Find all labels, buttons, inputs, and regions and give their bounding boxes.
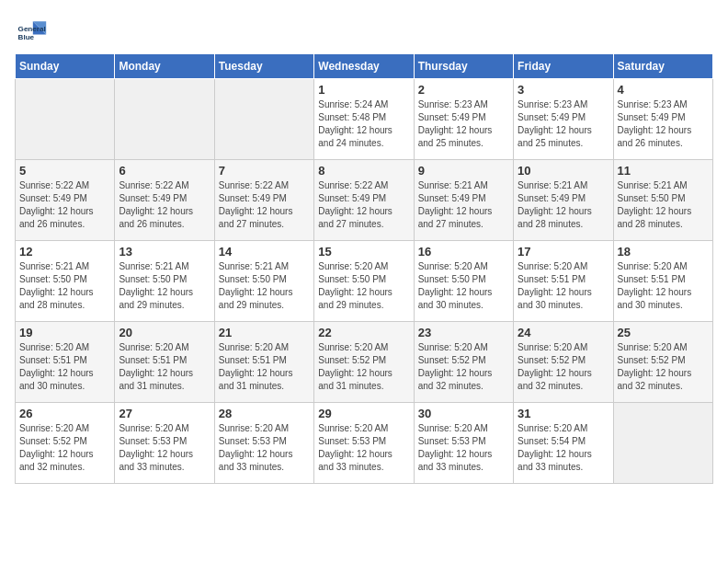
day-number: 10 (518, 164, 609, 178)
day-info: Sunrise: 5:20 AM Sunset: 5:51 PM Dayligh… (518, 260, 609, 312)
day-number: 14 (219, 245, 310, 259)
calendar-cell: 15Sunrise: 5:20 AM Sunset: 5:50 PM Dayli… (314, 241, 414, 322)
calendar-table: SundayMondayTuesdayWednesdayThursdayFrid… (15, 53, 713, 484)
calendar-cell: 17Sunrise: 5:20 AM Sunset: 5:51 PM Dayli… (514, 241, 613, 322)
day-info: Sunrise: 5:20 AM Sunset: 5:53 PM Dayligh… (418, 422, 509, 474)
day-number: 29 (318, 407, 409, 420)
day-info: Sunrise: 5:20 AM Sunset: 5:52 PM Dayligh… (518, 341, 609, 393)
day-header-wednesday: Wednesday (314, 54, 414, 79)
day-info: Sunrise: 5:20 AM Sunset: 5:52 PM Dayligh… (19, 422, 110, 474)
day-number: 30 (418, 407, 509, 420)
day-number: 9 (418, 164, 509, 178)
calendar-cell: 20Sunrise: 5:20 AM Sunset: 5:51 PM Dayli… (115, 322, 214, 403)
day-header-tuesday: Tuesday (214, 54, 313, 79)
day-header-friday: Friday (514, 54, 613, 79)
calendar-row-3: 12Sunrise: 5:21 AM Sunset: 5:50 PM Dayli… (16, 241, 713, 322)
day-number: 27 (119, 407, 210, 420)
day-info: Sunrise: 5:22 AM Sunset: 5:49 PM Dayligh… (219, 179, 310, 231)
day-info: Sunrise: 5:20 AM Sunset: 5:53 PM Dayligh… (318, 422, 409, 474)
calendar-cell (16, 79, 115, 160)
day-header-sunday: Sunday (16, 54, 115, 79)
calendar-cell: 16Sunrise: 5:20 AM Sunset: 5:50 PM Dayli… (414, 241, 513, 322)
calendar-cell: 12Sunrise: 5:21 AM Sunset: 5:50 PM Dayli… (16, 241, 115, 322)
calendar-cell: 28Sunrise: 5:20 AM Sunset: 5:53 PM Dayli… (214, 403, 313, 484)
day-number: 12 (19, 245, 110, 259)
day-number: 5 (19, 164, 110, 178)
calendar-cell: 18Sunrise: 5:20 AM Sunset: 5:51 PM Dayli… (613, 241, 712, 322)
day-number: 26 (19, 407, 110, 420)
day-number: 21 (219, 326, 310, 339)
day-info: Sunrise: 5:22 AM Sunset: 5:49 PM Dayligh… (19, 179, 110, 231)
day-number: 18 (618, 245, 709, 259)
day-number: 23 (418, 326, 509, 339)
svg-text:Blue: Blue (18, 33, 35, 41)
calendar-cell: 8Sunrise: 5:22 AM Sunset: 5:49 PM Daylig… (314, 160, 414, 241)
calendar-cell: 23Sunrise: 5:20 AM Sunset: 5:52 PM Dayli… (414, 322, 513, 403)
day-number: 31 (518, 407, 609, 420)
day-info: Sunrise: 5:20 AM Sunset: 5:51 PM Dayligh… (19, 341, 110, 393)
calendar-cell: 9Sunrise: 5:21 AM Sunset: 5:49 PM Daylig… (414, 160, 513, 241)
day-number: 6 (119, 164, 210, 178)
calendar-cell: 27Sunrise: 5:20 AM Sunset: 5:53 PM Dayli… (115, 403, 214, 484)
day-info: Sunrise: 5:20 AM Sunset: 5:51 PM Dayligh… (119, 341, 210, 393)
page-header: General Blue (15, 15, 713, 48)
day-number: 15 (318, 245, 409, 259)
day-info: Sunrise: 5:22 AM Sunset: 5:49 PM Dayligh… (318, 179, 409, 231)
day-number: 22 (318, 326, 409, 339)
day-info: Sunrise: 5:21 AM Sunset: 5:50 PM Dayligh… (219, 260, 310, 312)
day-info: Sunrise: 5:21 AM Sunset: 5:50 PM Dayligh… (618, 179, 709, 231)
day-number: 17 (518, 245, 609, 259)
day-info: Sunrise: 5:20 AM Sunset: 5:52 PM Dayligh… (618, 341, 709, 393)
day-info: Sunrise: 5:20 AM Sunset: 5:52 PM Dayligh… (318, 341, 409, 393)
calendar-row-2: 5Sunrise: 5:22 AM Sunset: 5:49 PM Daylig… (16, 160, 713, 241)
day-header-monday: Monday (115, 54, 214, 79)
day-number: 25 (618, 326, 709, 339)
calendar-row-5: 26Sunrise: 5:20 AM Sunset: 5:52 PM Dayli… (16, 403, 713, 484)
day-info: Sunrise: 5:23 AM Sunset: 5:49 PM Dayligh… (618, 98, 709, 150)
day-info: Sunrise: 5:21 AM Sunset: 5:50 PM Dayligh… (119, 260, 210, 312)
day-number: 8 (318, 164, 409, 178)
calendar-cell: 21Sunrise: 5:20 AM Sunset: 5:51 PM Dayli… (214, 322, 313, 403)
day-info: Sunrise: 5:21 AM Sunset: 5:50 PM Dayligh… (19, 260, 110, 312)
calendar-row-1: 1Sunrise: 5:24 AM Sunset: 5:48 PM Daylig… (16, 79, 713, 160)
calendar-cell: 14Sunrise: 5:21 AM Sunset: 5:50 PM Dayli… (214, 241, 313, 322)
calendar-cell: 3Sunrise: 5:23 AM Sunset: 5:49 PM Daylig… (514, 79, 613, 160)
svg-text:General: General (18, 25, 46, 33)
calendar-cell: 4Sunrise: 5:23 AM Sunset: 5:49 PM Daylig… (613, 79, 712, 160)
calendar-cell: 24Sunrise: 5:20 AM Sunset: 5:52 PM Dayli… (514, 322, 613, 403)
calendar-cell: 13Sunrise: 5:21 AM Sunset: 5:50 PM Dayli… (115, 241, 214, 322)
day-info: Sunrise: 5:20 AM Sunset: 5:54 PM Dayligh… (518, 422, 609, 474)
day-info: Sunrise: 5:21 AM Sunset: 5:49 PM Dayligh… (418, 179, 509, 231)
day-info: Sunrise: 5:22 AM Sunset: 5:49 PM Dayligh… (119, 179, 210, 231)
calendar-row-4: 19Sunrise: 5:20 AM Sunset: 5:51 PM Dayli… (16, 322, 713, 403)
calendar-cell: 1Sunrise: 5:24 AM Sunset: 5:48 PM Daylig… (314, 79, 414, 160)
calendar-cell: 22Sunrise: 5:20 AM Sunset: 5:52 PM Dayli… (314, 322, 414, 403)
day-number: 19 (19, 326, 110, 339)
day-info: Sunrise: 5:23 AM Sunset: 5:49 PM Dayligh… (518, 98, 609, 150)
calendar-cell: 10Sunrise: 5:21 AM Sunset: 5:49 PM Dayli… (514, 160, 613, 241)
calendar-cell: 5Sunrise: 5:22 AM Sunset: 5:49 PM Daylig… (16, 160, 115, 241)
day-info: Sunrise: 5:20 AM Sunset: 5:51 PM Dayligh… (219, 341, 310, 393)
day-number: 24 (518, 326, 609, 339)
logo: General Blue (15, 15, 48, 48)
day-number: 7 (219, 164, 310, 178)
calendar-cell: 30Sunrise: 5:20 AM Sunset: 5:53 PM Dayli… (414, 403, 513, 484)
day-number: 4 (618, 83, 709, 97)
calendar-cell (214, 79, 313, 160)
day-info: Sunrise: 5:20 AM Sunset: 5:52 PM Dayligh… (418, 341, 509, 393)
calendar-cell: 25Sunrise: 5:20 AM Sunset: 5:52 PM Dayli… (613, 322, 712, 403)
calendar-cell: 7Sunrise: 5:22 AM Sunset: 5:49 PM Daylig… (214, 160, 313, 241)
day-info: Sunrise: 5:20 AM Sunset: 5:50 PM Dayligh… (318, 260, 409, 312)
calendar-cell: 29Sunrise: 5:20 AM Sunset: 5:53 PM Dayli… (314, 403, 414, 484)
calendar-cell: 2Sunrise: 5:23 AM Sunset: 5:49 PM Daylig… (414, 79, 513, 160)
calendar-cell: 31Sunrise: 5:20 AM Sunset: 5:54 PM Dayli… (514, 403, 613, 484)
day-header-saturday: Saturday (613, 54, 712, 79)
day-number: 3 (518, 83, 609, 97)
calendar-cell (115, 79, 214, 160)
calendar-cell: 19Sunrise: 5:20 AM Sunset: 5:51 PM Dayli… (16, 322, 115, 403)
day-info: Sunrise: 5:20 AM Sunset: 5:50 PM Dayligh… (418, 260, 509, 312)
day-info: Sunrise: 5:20 AM Sunset: 5:51 PM Dayligh… (618, 260, 709, 312)
day-info: Sunrise: 5:20 AM Sunset: 5:53 PM Dayligh… (219, 422, 310, 474)
day-info: Sunrise: 5:21 AM Sunset: 5:49 PM Dayligh… (518, 179, 609, 231)
calendar-cell: 6Sunrise: 5:22 AM Sunset: 5:49 PM Daylig… (115, 160, 214, 241)
